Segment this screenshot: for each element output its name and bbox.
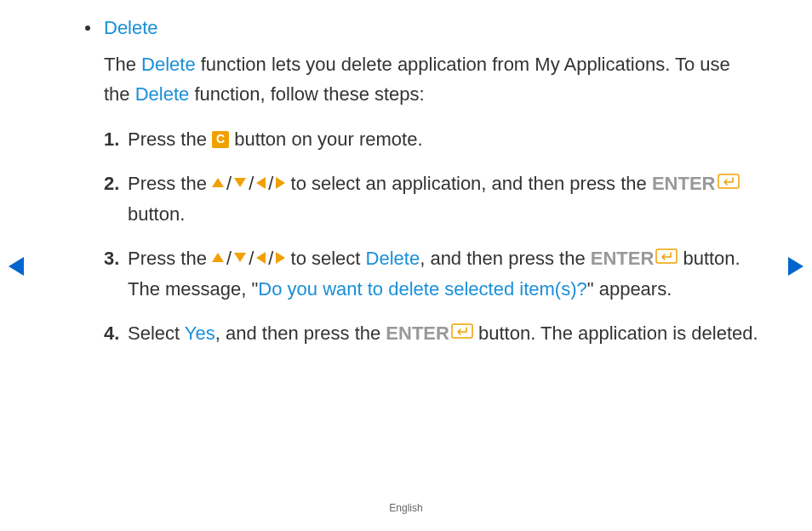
enter-label: ENTER — [652, 173, 716, 194]
arrow-up-icon — [212, 253, 224, 262]
section-description: The Delete function lets you delete appl… — [104, 49, 761, 109]
confirm-message: Do you want to delete selected item(s)? — [258, 278, 586, 300]
steps-list: Press the C button on your remote. Press… — [104, 124, 761, 349]
step-text: , and then press the — [215, 323, 386, 344]
desc-text: function, follow these steps: — [189, 83, 424, 105]
slash: / — [226, 248, 232, 269]
bullet-icon — [85, 26, 90, 31]
step-text: Press the — [128, 248, 212, 269]
step-text: " appears. — [587, 278, 672, 300]
page-footer-language: English — [0, 502, 812, 514]
enter-icon — [718, 168, 740, 197]
prev-page-button[interactable] — [9, 257, 24, 276]
slash: / — [249, 248, 254, 269]
svg-rect-1 — [656, 249, 677, 263]
slash: / — [268, 248, 273, 269]
step-4: Select Yes, and then press the ENTER but… — [104, 318, 761, 350]
c-button-icon: C — [212, 131, 229, 148]
arrow-right-icon — [276, 252, 285, 264]
yes-keyword: Yes — [185, 323, 215, 344]
nav-arrow-right-icon — [788, 257, 803, 276]
enter-label: ENTER — [591, 248, 655, 269]
step-text: Press the — [128, 173, 212, 194]
svg-rect-0 — [718, 174, 739, 188]
arrow-left-icon — [256, 177, 266, 189]
next-page-button[interactable] — [788, 257, 803, 276]
step-text: button. The application is deleted. — [473, 323, 758, 344]
step-2: Press the /// to select an application, … — [104, 168, 761, 230]
section-title: Delete — [104, 17, 158, 39]
arrow-right-icon — [276, 177, 285, 189]
slash: / — [268, 173, 273, 194]
step-text: Press the — [128, 128, 212, 150]
arrow-down-icon — [234, 178, 246, 187]
step-1: Press the C button on your remote. — [104, 124, 761, 154]
arrow-left-icon — [256, 252, 266, 264]
delete-keyword: Delete — [366, 248, 420, 269]
desc-text: The — [104, 54, 141, 75]
enter-icon — [655, 243, 678, 272]
section-header: Delete — [85, 17, 761, 39]
desc-delete-keyword: Delete — [135, 83, 190, 105]
slash: / — [249, 173, 254, 194]
desc-delete-keyword: Delete — [141, 54, 196, 75]
step-text: button on your remote. — [229, 128, 422, 150]
slash: / — [226, 173, 232, 194]
arrow-down-icon — [234, 253, 246, 262]
nav-arrow-left-icon — [9, 257, 24, 276]
step-text: Select — [128, 323, 185, 344]
enter-icon — [451, 317, 473, 347]
step-text: button. — [128, 203, 185, 225]
arrow-up-icon — [212, 178, 224, 187]
enter-label: ENTER — [386, 323, 449, 344]
page-content: Delete The Delete function lets you dele… — [0, 0, 812, 349]
step-text: to select — [285, 248, 365, 269]
step-3: Press the /// to select Delete, and then… — [104, 243, 761, 305]
step-text: , and then press the — [420, 248, 591, 269]
svg-rect-2 — [452, 324, 472, 338]
step-text: to select an application, and then press… — [285, 173, 652, 194]
